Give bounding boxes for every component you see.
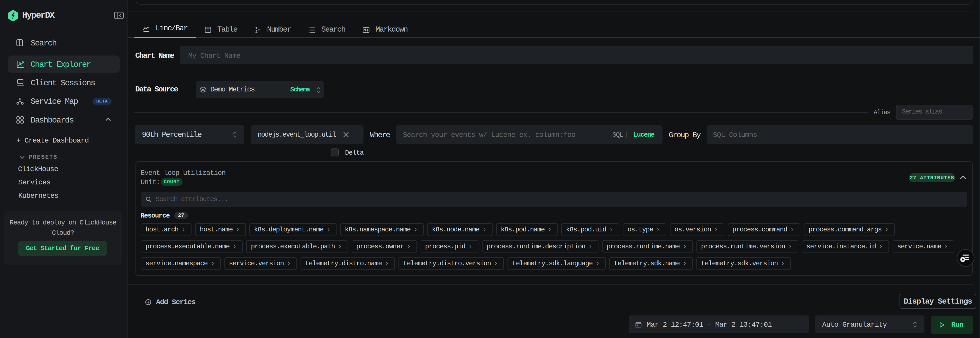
svg-text:2: 2 — [255, 30, 258, 33]
svg-text:3: 3 — [258, 28, 261, 33]
